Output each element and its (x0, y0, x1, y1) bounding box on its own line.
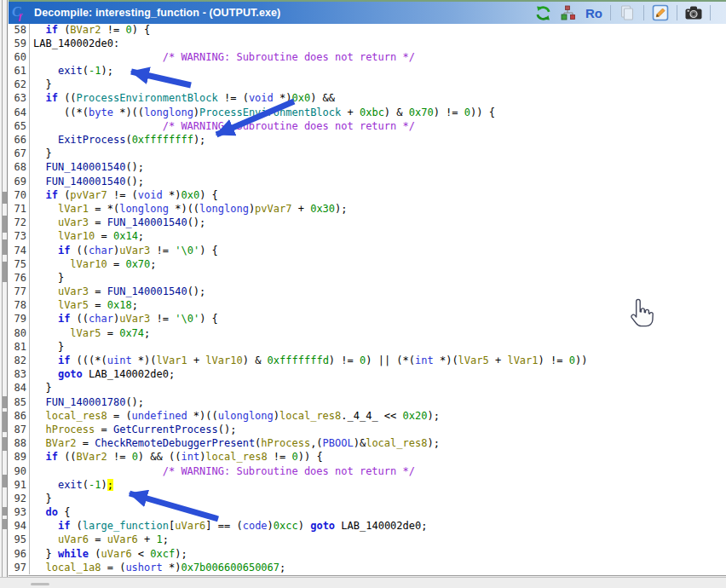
code-line[interactable]: 58 if (BVar2 != 0) { (9, 24, 726, 37)
line-number: 86 (9, 409, 30, 423)
line-number: 67 (9, 147, 30, 160)
code-line[interactable]: 88 BVar2 = CheckRemoteDebuggerPresent(hP… (9, 436, 726, 450)
code-line[interactable]: 76 } (9, 271, 726, 285)
line-number: 63 (9, 91, 30, 105)
code-line[interactable]: 93 do { (9, 505, 726, 519)
code-text[interactable]: LAB_140002de0: (30, 37, 119, 50)
code-line[interactable]: 72 uVar3 = FUN_140001540(); (9, 216, 726, 229)
code-text[interactable]: if ((char)uVar3 != '\0') { (30, 312, 218, 326)
decompiler-code-panel[interactable]: 58 if (BVar2 != 0) {59LAB_140002de0:60 /… (9, 24, 726, 576)
code-text[interactable]: uVar3 = FUN_140001540(); (30, 285, 205, 298)
code-line[interactable]: 81 } (9, 340, 726, 354)
code-line[interactable]: 69 FUN_140001540(); (9, 175, 726, 188)
code-line[interactable]: 70 if (pvVar7 != (void *)0x0) { (9, 188, 726, 202)
snapshot-button[interactable] (684, 3, 703, 22)
code-line[interactable]: 97 local_1a8 = (ushort *)0x7b00660065006… (9, 561, 726, 574)
code-text[interactable]: } (30, 271, 64, 285)
line-number: 88 (9, 436, 30, 450)
code-line[interactable]: 71 lVar1 = *(longlong *)((longlong)pvVar… (9, 202, 726, 216)
code-line[interactable]: 73 lVar10 = 0x14; (9, 229, 726, 243)
code-line[interactable]: 61 exit(-1); (9, 64, 726, 78)
code-text[interactable]: } (30, 147, 52, 160)
code-text[interactable]: FUN_140001540(); (30, 160, 144, 174)
code-text[interactable]: lVar1 = *(longlong *)((longlong)pvVar7 +… (30, 202, 348, 216)
code-line[interactable]: 78 lVar5 = 0x18; (9, 298, 726, 312)
toolbar-separator (610, 5, 611, 20)
title-bar[interactable]: Cf Decompile: interesting_function - (OU… (9, 2, 726, 24)
code-text[interactable]: uVar3 = FUN_140001540(); (30, 216, 205, 229)
code-line[interactable]: 77 uVar3 = FUN_140001540(); (9, 285, 726, 298)
code-line[interactable]: 82 if (((*(uint *)(lVar1 + lVar10) & 0xf… (9, 354, 726, 367)
code-line[interactable]: 95 uVar6 = uVar6 + 1; (9, 533, 726, 546)
graph-button[interactable] (559, 3, 578, 22)
code-line[interactable]: 67 } (9, 147, 726, 160)
code-line[interactable]: 79 if ((char)uVar3 != '\0') { (9, 312, 726, 326)
code-text[interactable]: } (30, 340, 64, 354)
copy-button[interactable] (618, 3, 637, 22)
code-text[interactable]: lVar5 = 0x74; (30, 326, 150, 340)
code-text[interactable]: if ((BVar2 != 0) && ((int)local_res8 != … (30, 450, 323, 464)
code-line[interactable]: 60 /* WARNING: Subroutine does not retur… (9, 50, 726, 64)
code-line[interactable]: 89 if ((BVar2 != 0) && ((int)local_res8 … (9, 450, 726, 464)
code-line[interactable]: 59LAB_140002de0: (9, 37, 726, 50)
code-line[interactable]: 75 lVar10 = 0x70; (9, 257, 726, 271)
code-text[interactable]: /* WARNING: Subroutine does not return *… (30, 50, 415, 64)
rename-button[interactable]: Ro (585, 3, 603, 22)
code-line[interactable]: 66 ExitProcess(0xffffffff); (9, 133, 726, 147)
code-line[interactable]: 86 local_res8 = (undefined *)((ulonglong… (9, 409, 726, 423)
code-text[interactable]: if (BVar2 != 0) { (30, 24, 150, 37)
code-line[interactable]: 64 ((*(byte *)((longlong)ProcessEnvironm… (9, 106, 726, 119)
code-line[interactable]: 84 } (9, 381, 726, 395)
code-text[interactable]: local_1a8 = (ushort *)0x7b006600650067; (30, 561, 285, 574)
code-text[interactable]: hProcess = GetCurrentProcess(); (30, 423, 236, 436)
code-line[interactable]: 92 } (9, 492, 726, 505)
code-line[interactable]: 83 goto LAB_140002de0; (9, 367, 726, 381)
code-text[interactable]: lVar10 = 0x70; (30, 257, 157, 271)
line-number: 78 (9, 298, 30, 312)
code-text[interactable]: } (30, 78, 52, 91)
code-text[interactable]: } (30, 492, 52, 505)
code-text[interactable]: ((*(byte *)((longlong)ProcessEnvironment… (30, 106, 495, 119)
code-text[interactable]: ExitProcess(0xffffffff); (30, 133, 205, 147)
code-text[interactable]: goto LAB_140002de0; (30, 367, 175, 381)
code-line[interactable]: 63 if ((ProcessEnvironmentBlock != (void… (9, 91, 726, 105)
code-text[interactable]: lVar10 = 0x14; (30, 229, 144, 243)
line-number: 84 (9, 381, 30, 395)
code-line[interactable]: 62 } (9, 78, 726, 91)
code-line[interactable]: 87 hProcess = GetCurrentProcess(); (9, 423, 726, 436)
code-text[interactable]: exit(-1); (30, 478, 113, 492)
overview-mark (3, 519, 7, 529)
code-text[interactable]: if (large_function[uVar6] == (code)0xcc)… (30, 519, 427, 533)
code-text[interactable]: exit(-1); (30, 64, 113, 78)
code-line[interactable]: 65 /* WARNING: Subroutine does not retur… (9, 119, 726, 133)
code-text[interactable]: if ((ProcessEnvironmentBlock != (void *)… (30, 91, 335, 105)
re-decompile-button[interactable] (533, 3, 552, 22)
code-text[interactable]: if ((char)uVar3 != '\0') { (30, 244, 218, 257)
code-text[interactable]: /* WARNING: Subroutine does not return *… (30, 119, 415, 133)
code-text[interactable]: do { (30, 505, 70, 519)
code-line[interactable]: 94 if (large_function[uVar6] == (code)0x… (9, 519, 726, 533)
resize-dash (31, 583, 49, 585)
code-text[interactable]: if (((*(uint *)(lVar1 + lVar10) & 0xffff… (30, 354, 587, 367)
code-text[interactable]: } (30, 381, 52, 395)
line-number: 65 (9, 119, 30, 133)
line-number: 91 (9, 478, 30, 492)
code-text[interactable]: uVar6 = uVar6 + 1; (30, 533, 169, 546)
code-text[interactable]: lVar5 = 0x18; (30, 298, 138, 312)
code-text[interactable]: FUN_140001780(); (30, 395, 144, 409)
code-line[interactable]: 85 FUN_140001780(); (9, 395, 726, 409)
code-line[interactable]: 91 exit(-1); (9, 478, 726, 492)
code-text[interactable]: } while (uVar6 < 0xcf); (30, 547, 187, 561)
code-line[interactable]: 68 FUN_140001540(); (9, 160, 726, 174)
code-text[interactable]: BVar2 = CheckRemoteDebuggerPresent(hProc… (30, 436, 440, 450)
code-text[interactable]: /* WARNING: Subroutine does not return *… (30, 464, 415, 478)
code-text[interactable]: FUN_140001540(); (30, 175, 144, 188)
code-line[interactable]: 74 if ((char)uVar3 != '\0') { (9, 244, 726, 257)
edit-comment-button[interactable] (651, 3, 670, 22)
code-line[interactable]: 96 } while (uVar6 < 0xcf); (9, 547, 726, 561)
code-line[interactable]: 90 /* WARNING: Subroutine does not retur… (9, 464, 726, 478)
code-line[interactable]: 80 lVar5 = 0x74; (9, 326, 726, 340)
code-text[interactable]: local_res8 = (undefined *)((ulonglong)lo… (30, 409, 440, 423)
code-text[interactable]: if (pvVar7 != (void *)0x0) { (30, 188, 218, 202)
window-title: Decompile: interesting_function - (OUTPU… (34, 7, 280, 19)
